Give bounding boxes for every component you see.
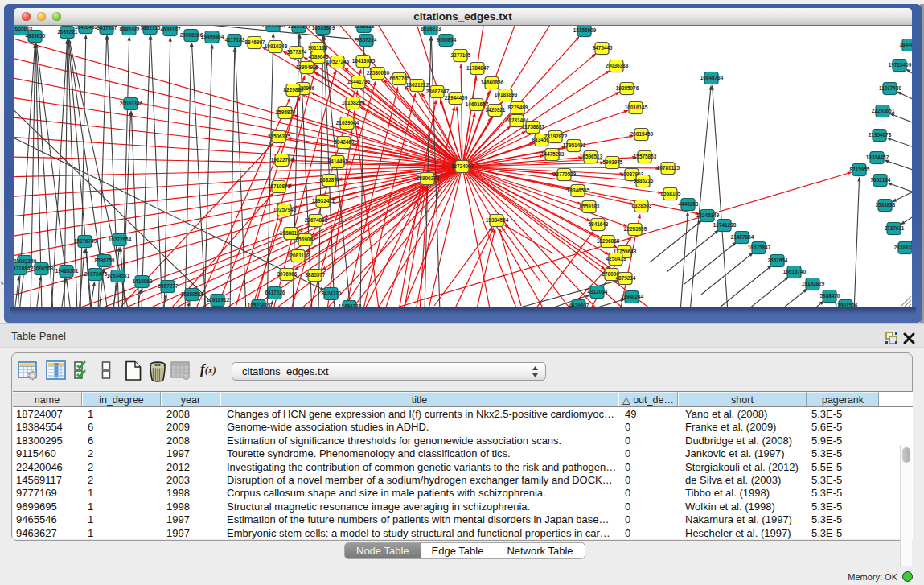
svg-text:8536273: 8536273 (421, 26, 441, 31)
svg-text:19485201: 19485201 (55, 268, 79, 274)
svg-text:8885577: 8885577 (306, 272, 326, 278)
svg-text:14601657: 14601657 (466, 101, 489, 107)
svg-text:13346585: 13346585 (567, 187, 590, 193)
svg-text:4312034: 4312034 (588, 289, 608, 295)
svg-text:15276749: 15276749 (74, 238, 97, 244)
svg-text:17951421: 17951421 (563, 142, 586, 148)
svg-text:18724007: 18724007 (451, 163, 474, 169)
svg-text:11784847: 11784847 (466, 65, 490, 71)
svg-text:10910248: 10910248 (265, 43, 288, 49)
svg-text:22944459: 22944459 (445, 95, 468, 101)
svg-text:18900273: 18900273 (417, 175, 440, 181)
svg-text:20972475: 20972475 (84, 271, 108, 277)
svg-text:10527246: 10527246 (326, 59, 350, 64)
svg-text:13441736: 13441736 (347, 79, 371, 84)
svg-text:22674828: 22674828 (305, 217, 328, 223)
svg-text:22506335: 22506335 (268, 134, 291, 139)
svg-text:8229889: 8229889 (284, 87, 304, 93)
svg-text:14475203: 14475203 (541, 151, 565, 157)
svg-text:23906266: 23906266 (180, 32, 203, 38)
svg-text:22530030: 22530030 (367, 70, 390, 76)
svg-text:19499464: 19499464 (201, 34, 224, 39)
svg-text:3533883: 3533883 (876, 202, 896, 208)
svg-text:9011165: 9011165 (308, 45, 328, 51)
svg-text:13948244: 13948244 (621, 294, 644, 299)
svg-text:8596759: 8596759 (95, 257, 115, 263)
svg-text:1418062: 1418062 (133, 278, 153, 284)
svg-text:23192872: 23192872 (544, 134, 568, 139)
svg-text:20780115: 20780115 (657, 165, 680, 171)
svg-text:6417026: 6417026 (265, 290, 285, 295)
svg-text:4639167: 4639167 (161, 27, 181, 32)
svg-text:8215955: 8215955 (850, 167, 870, 172)
svg-text:16648784: 16648784 (700, 75, 724, 80)
svg-text:2039221: 2039221 (58, 29, 78, 35)
svg-text:10534531: 10534531 (107, 273, 130, 278)
svg-text:20036388: 20036388 (606, 63, 629, 68)
svg-text:15357347: 15357347 (288, 26, 311, 29)
svg-text:2737611: 2737611 (885, 225, 905, 231)
svg-text:16596513: 16596513 (580, 154, 603, 159)
svg-text:9475445: 9475445 (593, 45, 613, 51)
svg-text:19723409: 19723409 (889, 62, 912, 68)
svg-text:9006804: 9006804 (437, 37, 457, 43)
svg-text:18296865: 18296865 (597, 238, 620, 244)
svg-text:3844095: 3844095 (900, 42, 912, 47)
svg-text:3420921: 3420921 (486, 107, 506, 113)
svg-text:19384554: 19384554 (486, 217, 509, 223)
svg-text:19192829: 19192829 (802, 281, 825, 286)
svg-text:9414491: 9414491 (328, 159, 348, 164)
svg-text:18156909: 18156909 (573, 27, 597, 33)
svg-text:13334457: 13334457 (866, 154, 889, 160)
svg-text:6328503: 6328503 (632, 203, 652, 208)
svg-text:23687347: 23687347 (426, 89, 450, 94)
svg-text:4250413: 4250413 (606, 256, 626, 262)
svg-text:16272954: 16272954 (109, 237, 132, 242)
svg-text:4935650: 4935650 (26, 33, 46, 39)
svg-text:10257945: 10257945 (273, 207, 297, 212)
svg-text:11037430: 11037430 (879, 85, 902, 91)
svg-text:10428452: 10428452 (75, 26, 98, 30)
svg-text:10158289: 10158289 (342, 100, 365, 105)
svg-text:2277105: 2277105 (451, 52, 471, 58)
svg-text:10183893: 10183893 (495, 92, 518, 97)
svg-text:16710878: 16710878 (268, 183, 291, 189)
svg-text:6682877: 6682877 (320, 177, 340, 183)
svg-text:3595870: 3595870 (276, 109, 296, 115)
svg-text:9417207: 9417207 (97, 26, 117, 31)
svg-text:21457684: 21457684 (731, 234, 754, 240)
svg-text:7871884: 7871884 (14, 266, 31, 271)
svg-text:6557277: 6557277 (158, 283, 179, 289)
svg-text:8689709: 8689709 (120, 26, 140, 31)
svg-text:8569062: 8569062 (296, 237, 316, 242)
svg-text:5885216: 5885216 (634, 178, 654, 183)
svg-text:8424730: 8424730 (322, 290, 342, 296)
svg-text:22253595: 22253595 (624, 226, 647, 232)
svg-text:15575853: 15575853 (634, 154, 657, 159)
svg-text:16033809: 16033809 (312, 26, 335, 31)
svg-text:16413925: 16413925 (352, 58, 376, 64)
svg-text:7357224: 7357224 (357, 37, 377, 43)
svg-text:23006503: 23006503 (31, 266, 54, 271)
svg-text:6568105: 6568105 (661, 191, 681, 196)
svg-text:14660856: 14660856 (481, 80, 504, 85)
svg-text:10075847: 10075847 (748, 245, 771, 250)
svg-text:13954919: 13954919 (296, 64, 319, 70)
svg-text:5841643: 5841643 (589, 221, 609, 227)
svg-text:3877374: 3877374 (287, 49, 307, 55)
svg-text:12081122: 12081122 (287, 253, 310, 258)
svg-text:6942460: 6942460 (335, 139, 355, 145)
svg-text:8279409: 8279409 (508, 105, 528, 110)
svg-text:13245349: 13245349 (696, 212, 720, 218)
svg-text:6657765: 6657765 (390, 76, 410, 81)
svg-text:4879214: 4879214 (616, 275, 636, 281)
svg-text:21639044: 21639044 (336, 120, 359, 126)
svg-text:2657954: 2657954 (768, 257, 788, 263)
svg-text:12616912: 12616912 (207, 297, 230, 303)
svg-text:4445263: 4445263 (679, 201, 699, 207)
svg-text:13621212: 13621212 (406, 82, 429, 88)
svg-text:22770529: 22770529 (553, 171, 577, 177)
svg-text:5882115: 5882115 (141, 26, 161, 31)
svg-text:15380586: 15380586 (181, 291, 204, 297)
svg-text:5993975: 5993975 (603, 159, 623, 165)
